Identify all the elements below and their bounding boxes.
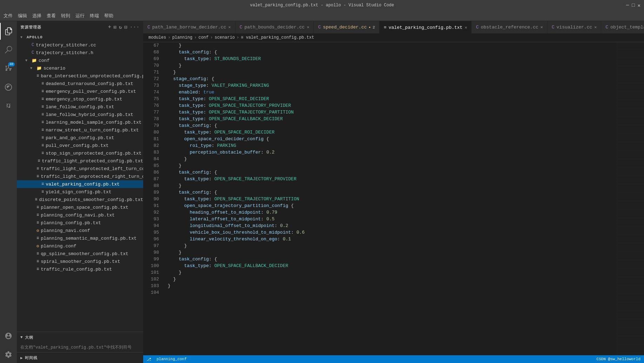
txt-icon: ≡ [41,104,44,109]
minimap-visual [616,42,644,355]
tab-close-icon[interactable]: ✕ [594,25,597,30]
breadcrumb-part[interactable]: planning [172,35,193,40]
tree-item-discrete[interactable]: ≡ discrete_points_smoother_config.pb.txt [17,196,143,203]
source-control-badge: 40 [8,62,15,66]
tab-close-icon[interactable]: ✕ [465,25,467,30]
tree-item-pull-over[interactable]: ≡ pull_over_config.pb.txt [17,142,143,149]
txt-icon: ≡ [36,73,39,78]
tree-item-narrow-street[interactable]: ≡ narrow_street_u_turn_config.pb.txt [17,126,143,134]
tree-label: narrow_street_u_turn_config.pb.txt [46,128,139,133]
breadcrumb-part[interactable]: modules [148,35,166,40]
collapse-icon[interactable]: ⊟ [124,24,127,30]
outline-header[interactable]: ▼ 大纲 [17,332,143,343]
tree-item-trajectory-h[interactable]: C trajectory_stitcher.h [17,49,143,57]
menu-item-终端[interactable]: 终端 [90,13,99,19]
tab-visualizer[interactable]: C visualizer.cc ✕ [547,21,601,33]
sidebar-header: 资源管理器 + ⊞ ↻ ⊟ ··· [17,21,143,33]
tree-label: spiral_smoother_config.pb.txt [41,259,120,264]
maximize-button[interactable]: □ [632,2,635,8]
tab-object-template[interactable]: C object_template_manage... ✕ [601,21,644,33]
code-content[interactable]: } task_config: { task_type: ST_BOUNDS_DE… [162,42,616,355]
tree-item-planning-navi-conf[interactable]: ⚙ planning_navi.conf [17,227,143,234]
close-button[interactable]: ✕ [638,2,640,8]
code-line: } [168,242,616,249]
minimap [616,42,644,355]
tab-path-bounds[interactable]: C path_bounds_decider.cc ✕ [235,21,314,33]
tree-item-scenario-folder[interactable]: ▼ 📁 scenario [17,64,143,72]
tree-item-valet-parking[interactable]: ≡ valet_parking_config.pb.txt [17,180,143,188]
tree-item-trajectory-cc[interactable]: C trajectory_stitcher.cc [17,41,143,49]
tree-item-planning-config-navi[interactable]: ≡ planning_config_navi.pb.txt [17,211,143,219]
source-control-icon[interactable]: 40 [0,60,17,77]
tree-item-traffic-protected[interactable]: ≡ traffic_light_protected_config.pb.txt [17,157,143,165]
tree-item-qp-spline[interactable]: ≡ qp_spline_smoother_config.pb.txt [17,250,143,258]
menu-item-转到[interactable]: 转到 [61,13,70,19]
explorer-icon[interactable] [0,23,17,40]
menu-item-帮助[interactable]: 帮助 [104,13,113,19]
minimize-button[interactable]: ─ [626,2,629,8]
tree-item-yield-sign[interactable]: ≡ yield_sign_config.pb.txt [17,188,143,196]
tab-label: path_lane_borrow_decider.cc [152,25,226,30]
refresh-icon[interactable]: ↻ [119,24,122,30]
tree-item-spiral[interactable]: ≡ spiral_smoother_config.pb.txt [17,258,143,265]
search-activity-icon[interactable] [0,41,17,58]
run-debug-icon[interactable] [0,79,17,96]
tree-item-planning-config-pb[interactable]: ≡ planning_config.pb.txt [17,219,143,227]
tab-close-icon[interactable]: ✕ [540,25,543,30]
timeline-header[interactable]: ▶ 时间线 [17,352,143,363]
more-icon[interactable]: ··· [130,24,140,30]
settings-icon[interactable] [0,346,17,363]
tree-label: traffic_light_unprotected_right_turn_con… [41,174,143,179]
tree-item-park-go[interactable]: ≡ park_and_go_config.pb.txt [17,134,143,142]
tab-close-icon[interactable]: ✕ [228,25,231,30]
tree-item-lane-follow[interactable]: ≡ lane_follow_config.pb.txt [17,103,143,111]
tree-item-traffic-unprotected-right[interactable]: ≡ traffic_light_unprotected_right_turn_c… [17,173,143,180]
new-file-icon[interactable]: + [108,24,111,30]
code-line: task_type: OPEN_SPACE_TRAJECTORY_PROVIDE… [168,176,616,182]
code-line: } [168,42,616,49]
tree-item-emergency-pull[interactable]: ≡ emergency_pull_over_config.pb.txt [17,87,143,95]
tab-close-icon[interactable]: ✕ [307,25,309,30]
tree-item-lane-follow-hybrid[interactable]: ≡ lane_follow_hybrid_config.pb.txt [17,111,143,118]
tab-icon: C [147,25,150,30]
breadcrumb-part[interactable]: scenario [214,35,235,40]
tree-label: lane_follow_config.pb.txt [46,104,114,110]
tree-item-conf-folder[interactable]: ▼ 📁 conf [17,57,143,64]
menu-item-选择[interactable]: 选择 [32,13,41,19]
tree-item-planning-semantic[interactable]: ≡ planning_semantic_map_config.pb.txt [17,234,143,242]
tree-item-planner-open[interactable]: ≡ planner_open_space_config.pb.txt [17,203,143,211]
code-line: enabled: true [168,89,616,96]
tree-item-traffic-rule[interactable]: ≡ traffic_rule_config.pb.txt [17,265,143,273]
extensions-icon[interactable] [0,97,17,114]
branch-name[interactable]: planning_conf [157,357,187,361]
tab-valet-parking[interactable]: ≡ valet_parking_config.pb.txt ✕ [379,21,472,33]
tree-item-bare[interactable]: ≡ bare_intersection_unprotected_config.p… [17,72,143,80]
tree-item-traffic-unprotected-left[interactable]: ≡ traffic_light_unprotected_left_turn_co… [17,165,143,173]
tree-item-emergency-stop[interactable]: ≡ emergency_stop_config.pb.txt [17,95,143,103]
menu-item-运行[interactable]: 运行 [75,13,85,19]
line-numbers: 67 68 69 70 71 72 73 74 75 76 77 78 79 8… [143,42,162,355]
menu-item-文件[interactable]: 文件 [4,13,13,19]
code-line: lateral_offset_to_midpoint: 0.5 [168,216,616,222]
tree-item-stop-sign[interactable]: ≡ stop_sign_unprotected_config.pb.txt [17,149,143,157]
menu-item-编辑[interactable]: 编辑 [18,13,27,19]
tree-root[interactable]: ▼ APOLLO [17,33,143,41]
account-icon[interactable] [0,328,17,344]
sidebar-actions: + ⊞ ↻ ⊟ ··· [108,24,140,30]
txt-icon: ≡ [41,182,44,187]
tab-path-lane-borrow[interactable]: C path_lane_borrow_decider.cc ✕ [143,21,235,33]
breadcrumb-part[interactable]: ≡ valet_parking_config.pb.txt [241,35,314,40]
new-folder-icon[interactable]: ⊞ [113,24,117,30]
tree-item-deadend[interactable]: ≡ deadend_turnaround_config.pb.txt [17,80,143,87]
tree-item-learning-model[interactable]: ≡ learning_model_sample_config.pb.txt [17,118,143,126]
tab-speed-decider[interactable]: C speed_decider.cc ● 2 [314,21,379,33]
breadcrumb-part[interactable]: conf [198,35,208,40]
tab-obstacle-reference[interactable]: C obstacle_reference.cc ✕ [472,21,547,33]
code-line: vehicle_box_iou_threshold_to_midpoint: 0… [168,229,616,236]
tree-item-planning-conf[interactable]: ⚙ planning.conf [17,242,143,250]
window-controls[interactable]: ─ □ ✕ [626,2,640,8]
txt-icon: ≡ [36,174,39,179]
code-line: perception_obstacle_buffer: 0.2 [168,149,616,156]
menu-item-查看[interactable]: 查看 [47,13,56,19]
branch-icon[interactable]: ⎇ [147,357,151,362]
